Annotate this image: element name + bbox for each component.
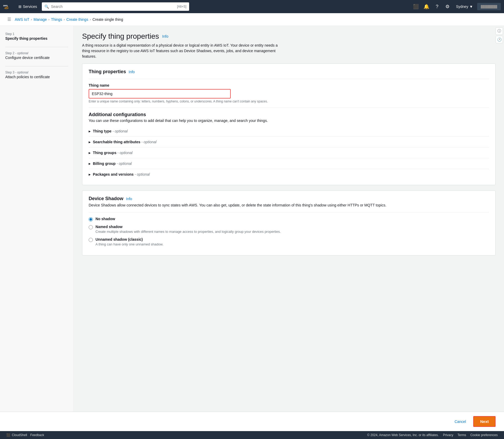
unnamed-shadow-option: Unnamed shadow (classic) A thing can hav… <box>89 237 489 247</box>
cloudshell-button[interactable]: ⬛ CloudShell <box>6 433 27 437</box>
search-icon: 🔍 <box>44 4 49 9</box>
thing-name-label: Thing name <box>89 83 489 87</box>
sidebar-step-3: Step 3 - optional Attach policies to cer… <box>5 71 68 79</box>
thing-properties-info-link[interactable]: Info <box>129 70 135 74</box>
aws-logo: aws <box>3 3 14 11</box>
step-3-title: Attach policies to certificate <box>5 75 68 79</box>
copyright-text: © 2024, Amazon Web Services, Inc. or its… <box>367 433 439 437</box>
breadcrumb-sep-1: › <box>31 18 32 21</box>
search-bar: 🔍 [Alt+S] <box>42 2 189 11</box>
notifications-button[interactable]: 🔔 <box>422 2 431 11</box>
step-1-label: Step 1 <box>5 32 68 36</box>
thing-properties-card-title: Thing properties Info <box>89 69 489 75</box>
nav-icons: ⬛ 🔔 ? ⚙ Sydney ▼ ████████ <box>412 2 501 11</box>
help-button[interactable]: ? <box>433 2 441 11</box>
thing-properties-card: Thing properties Info Thing name Enter a… <box>82 63 496 185</box>
thing-name-input[interactable] <box>89 89 231 98</box>
thing-properties-divider <box>89 79 489 79</box>
breadcrumb-aws-iot[interactable]: AWS IoT <box>15 17 29 22</box>
no-shadow-label: No shadow <box>95 217 115 221</box>
terms-link[interactable]: Terms <box>457 433 466 437</box>
page-title-text: Specify thing properties <box>82 32 159 41</box>
breadcrumb-manage[interactable]: Manage <box>34 17 47 22</box>
right-panel-icons: ⓘ 🕐 <box>495 26 504 44</box>
bottom-bar-right: © 2024, Amazon Web Services, Inc. or its… <box>367 433 498 437</box>
region-selector[interactable]: Sydney ▼ <box>454 3 475 10</box>
no-shadow-option: No shadow <box>89 217 489 221</box>
searchable-attrs-expand[interactable]: ▶ Searchable thing attributes - optional <box>89 137 489 147</box>
device-shadow-title-text: Device Shadow <box>89 196 123 201</box>
region-label: Sydney <box>456 4 468 9</box>
privacy-link[interactable]: Privacy <box>443 433 453 437</box>
unnamed-shadow-desc: A thing can have only one unnamed shadow… <box>95 242 163 247</box>
thing-groups-arrow: ▶ <box>89 151 91 154</box>
hamburger-menu[interactable]: ☰ <box>5 16 13 23</box>
device-shadow-info-link[interactable]: Info <box>126 197 132 201</box>
packages-versions-arrow: ▶ <box>89 173 91 176</box>
page-info-link[interactable]: Info <box>162 34 168 38</box>
cloudshell-icon: ⬛ <box>6 433 10 437</box>
device-shadow-card: Device Shadow Info Device Shadows allow … <box>82 190 496 255</box>
thing-type-expand[interactable]: ▶ Thing type - optional <box>89 126 489 137</box>
page-description: A thing resource is a digital representa… <box>82 43 282 59</box>
thing-name-field: Thing name Enter a unique name containin… <box>89 83 489 103</box>
named-shadow-option: Named shadow Create multiple shadows wit… <box>89 225 489 234</box>
clock-panel-button[interactable]: 🕐 <box>496 36 503 43</box>
device-shadow-title: Device Shadow Info <box>89 196 489 201</box>
breadcrumb-sep-2: › <box>48 18 49 21</box>
search-input[interactable] <box>51 4 175 9</box>
user-avatar: ████████ <box>477 3 501 10</box>
searchable-attrs-arrow: ▶ <box>89 141 91 144</box>
step-1-title: Specify thing properties <box>5 36 68 41</box>
feedback-link[interactable]: Feedback <box>30 433 44 437</box>
bottom-bar-left: ⬛ CloudShell Feedback <box>6 433 44 437</box>
next-button[interactable]: Next <box>473 416 496 427</box>
named-shadow-label: Named shadow <box>95 225 123 229</box>
step-2-label: Step 2 - optional <box>5 51 68 55</box>
step-2-title: Configure device certificate <box>5 56 68 60</box>
info-panel-button[interactable]: ⓘ <box>496 27 503 35</box>
searchable-attrs-label: Searchable thing attributes - optional <box>93 140 157 144</box>
services-label: Services <box>23 4 37 9</box>
breadcrumb-create-things[interactable]: Create things <box>66 17 88 22</box>
thing-properties-title-text: Thing properties <box>89 69 126 75</box>
named-shadow-desc: Create multiple shadows with different n… <box>95 229 281 234</box>
breadcrumb-sep-4: › <box>90 18 91 21</box>
unnamed-shadow-radio[interactable] <box>89 238 93 242</box>
billing-group-arrow: ▶ <box>89 162 91 165</box>
shadow-radio-group: No shadow Named shadow Create multiple s… <box>89 217 489 247</box>
step-3-label: Step 3 - optional <box>5 71 68 74</box>
billing-group-expand[interactable]: ▶ Billing group - optional <box>89 158 489 169</box>
device-shadow-divider <box>89 212 489 213</box>
page-title-area: Specify thing properties Info A thing re… <box>82 32 496 59</box>
billing-group-label: Billing group - optional <box>93 161 132 166</box>
breadcrumb-things[interactable]: Things <box>51 17 62 22</box>
packages-versions-label: Packages and versions - optional <box>93 172 150 176</box>
sidebar-step-1: Step 1 Specify thing properties <box>5 32 68 41</box>
additional-config-desc: You can use these configurations to add … <box>89 119 489 123</box>
search-shortcut: [Alt+S] <box>177 5 187 8</box>
named-shadow-radio[interactable] <box>89 225 93 229</box>
expandable-sections: ▶ Thing type - optional ▶ Searchable thi… <box>89 126 489 180</box>
sidebar-divider-1 <box>5 47 68 47</box>
sidebar-step-2: Step 2 - optional Configure device certi… <box>5 51 68 60</box>
main-content: Specify thing properties Info A thing re… <box>74 26 504 412</box>
packages-versions-expand[interactable]: ▶ Packages and versions - optional <box>89 169 489 180</box>
breadcrumb-sep-3: › <box>64 18 65 21</box>
cookie-preferences-link[interactable]: Cookie preferences <box>470 433 498 437</box>
no-shadow-radio[interactable] <box>89 217 93 221</box>
additional-config-divider <box>89 107 489 108</box>
breadcrumb: ☰ AWS IoT › Manage › Things › Create thi… <box>0 13 504 26</box>
terminal-icon-button[interactable]: ⬛ <box>412 2 420 11</box>
sidebar: Step 1 Specify thing properties Step 2 -… <box>0 26 74 412</box>
settings-button[interactable]: ⚙ <box>443 2 452 11</box>
thing-type-label: Thing type - optional <box>93 129 128 133</box>
device-shadow-description: Device Shadows allow connected devices t… <box>89 203 489 208</box>
cloudshell-label: CloudShell <box>12 433 27 437</box>
sidebar-divider-2 <box>5 66 68 66</box>
unnamed-shadow-label: Unnamed shadow (classic) <box>95 237 143 241</box>
top-navigation: aws ⊞ Services 🔍 [Alt+S] ⬛ 🔔 ? ⚙ Sydney … <box>0 0 504 13</box>
thing-groups-expand[interactable]: ▶ Thing groups - optional <box>89 147 489 158</box>
cancel-button[interactable]: Cancel <box>450 417 470 426</box>
services-button[interactable]: ⊞ Services <box>16 3 39 10</box>
